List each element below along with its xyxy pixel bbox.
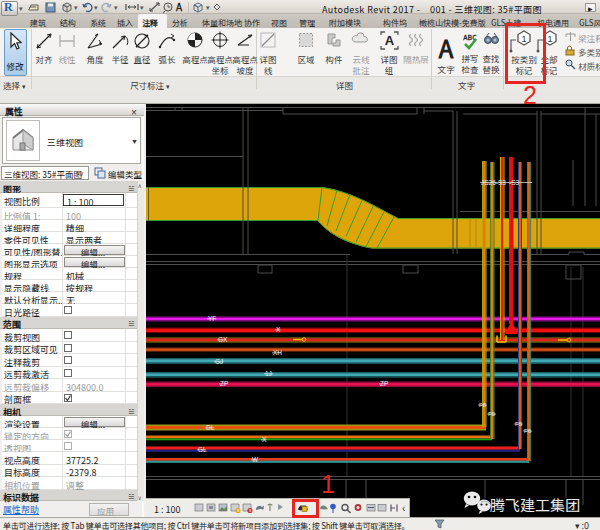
svg-text:腾飞建工集团: 腾飞建工集团 (490, 494, 580, 515)
svg-text:-S3: -S3 (509, 179, 520, 186)
svg-text:▾: ▾ (74, 2, 78, 12)
svg-text:A: A (385, 33, 395, 48)
svg-text:▾: ▾ (206, 2, 210, 12)
svg-text:▾: ▾ (140, 2, 144, 12)
svg-text:▾: ▾ (114, 2, 118, 12)
svg-text:▾: ▾ (94, 2, 98, 12)
svg-text:1: 1 (547, 34, 552, 44)
svg-text:‹: ‹ (402, 503, 405, 514)
svg-text:A: A (175, 1, 183, 14)
